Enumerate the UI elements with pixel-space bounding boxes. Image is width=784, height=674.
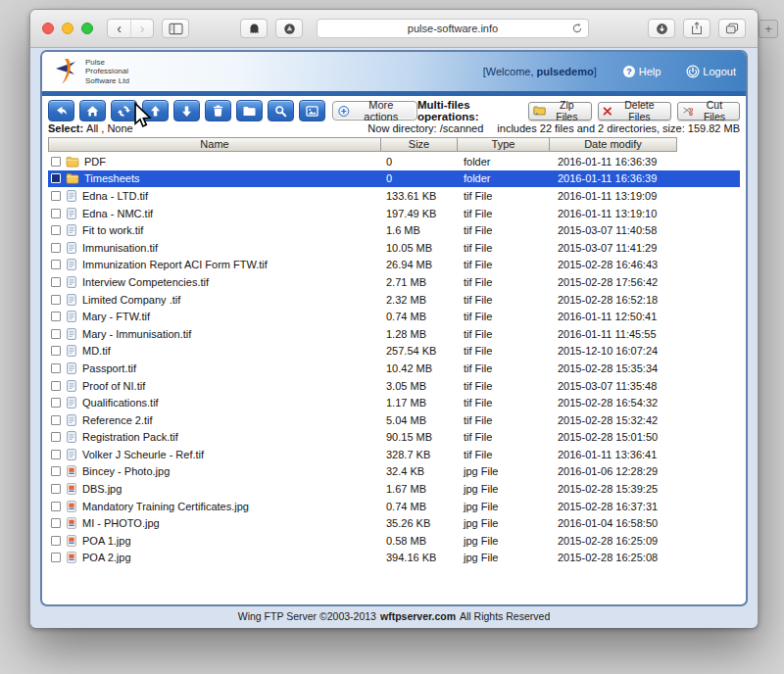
zoom-button[interactable] — [81, 23, 93, 34]
column-header-name[interactable]: Name — [48, 137, 381, 152]
column-header-size[interactable]: Size — [381, 137, 458, 152]
file-row[interactable]: POA 1.jpg0.58 MBjpg File2015-02-28 16:25… — [48, 532, 740, 550]
file-name[interactable]: Mary - Immunisation.tif — [82, 328, 191, 340]
toolbar-back-button[interactable] — [48, 100, 74, 121]
reload-icon[interactable] — [571, 23, 583, 36]
sidebar-icon[interactable] — [162, 19, 189, 38]
file-name[interactable]: MI - PHOTO.jpg — [82, 517, 160, 529]
row-checkbox[interactable] — [51, 484, 61, 494]
file-name[interactable]: Timesheets — [84, 172, 139, 184]
file-name[interactable]: MD.tif — [82, 345, 111, 357]
toolbar-home-button[interactable] — [79, 100, 106, 121]
row-checkbox[interactable] — [51, 536, 61, 546]
file-name[interactable]: Interview Competencies.tif — [82, 276, 209, 288]
extension-2-icon[interactable] — [275, 19, 303, 38]
url-bar[interactable]: pulse-software.info — [317, 19, 589, 38]
row-checkbox[interactable] — [51, 553, 61, 562]
delete-files-button[interactable]: Delete Files — [598, 102, 671, 120]
file-name[interactable]: Qualifications.tif — [82, 397, 159, 409]
file-row[interactable]: Qualifications.tif1.17 MBtif File2015-02… — [48, 394, 740, 411]
tabs-icon[interactable] — [718, 19, 746, 38]
row-checkbox[interactable] — [51, 329, 61, 339]
file-row[interactable]: Limited Company .tif2.32 MBtif File2015-… — [48, 291, 740, 309]
row-checkbox[interactable] — [51, 466, 61, 476]
file-name[interactable]: Immunization Report ACI Form FTW.tif — [82, 259, 268, 270]
file-row[interactable]: Edna - LTD.tif133.61 KBtif File2016-01-1… — [48, 187, 740, 205]
row-checkbox[interactable] — [51, 415, 61, 425]
file-row[interactable]: Interview Competencies.tif2.71 MBtif Fil… — [48, 273, 740, 291]
row-checkbox[interactable] — [51, 173, 61, 183]
file-row[interactable]: Volker J Scheurle - Ref.tif328.7 KBtif F… — [48, 446, 740, 463]
file-row[interactable]: Proof of NI.tif3.05 MBtif File2015-03-07… — [48, 377, 740, 395]
file-name[interactable]: Bincey - Photo.jpg — [82, 465, 170, 477]
select-none-link[interactable]: None — [107, 122, 132, 134]
row-checkbox[interactable] — [51, 295, 61, 305]
file-name[interactable]: Reference 2.tif — [82, 414, 153, 426]
file-name[interactable]: PDF — [84, 156, 106, 168]
file-name[interactable]: DBS.jpg — [82, 483, 122, 495]
file-name[interactable]: Edna - LTD.tif — [82, 190, 148, 202]
file-row[interactable]: PDF0folder2016-01-11 16:36:39 — [48, 153, 740, 170]
column-header-date[interactable]: Date modify — [550, 137, 677, 152]
wftpserver-link[interactable]: wftpserver.com — [380, 610, 456, 622]
file-row[interactable]: MD.tif257.54 KBtif File2015-12-10 16:07:… — [48, 343, 740, 361]
file-row[interactable]: Passport.tif10.42 MBtif File2015-02-28 1… — [48, 360, 740, 377]
row-checkbox[interactable] — [51, 277, 61, 287]
forward-icon[interactable]: › — [130, 20, 153, 37]
row-checkbox[interactable] — [51, 225, 61, 235]
downloads-icon[interactable] — [648, 19, 675, 38]
file-name[interactable]: Registration Pack.tif — [82, 431, 178, 443]
file-row[interactable]: Bincey - Photo.jpg32.4 KBjpg File2016-01… — [48, 463, 740, 481]
select-all-link[interactable]: All — [86, 122, 98, 134]
minimize-button[interactable] — [62, 23, 74, 34]
row-checkbox[interactable] — [51, 398, 61, 408]
file-name[interactable]: Immunisation.tif — [82, 242, 158, 254]
row-checkbox[interactable] — [51, 363, 61, 373]
zip-files-button[interactable]: Zip Files — [528, 102, 592, 120]
extension-1-icon[interactable] — [240, 19, 268, 38]
new-tab-plus-icon[interactable]: + — [759, 20, 778, 38]
row-checkbox[interactable] — [51, 191, 61, 201]
file-name[interactable]: Mary - FTW.tif — [82, 311, 150, 322]
file-row[interactable]: Immunization Report ACI Form FTW.tif26.9… — [48, 257, 740, 274]
row-checkbox[interactable] — [51, 450, 61, 459]
row-checkbox[interactable] — [51, 518, 61, 528]
file-name[interactable]: Mandatory Training Certificates.jpg — [82, 501, 249, 512]
help-button[interactable]: ? Help — [622, 65, 662, 78]
toolbar-delete-button[interactable] — [205, 100, 231, 121]
file-row[interactable]: Edna - NMC.tif197.49 KBtif File2016-01-1… — [48, 205, 740, 222]
row-checkbox[interactable] — [51, 260, 61, 269]
file-name[interactable]: Limited Company .tif — [82, 294, 180, 306]
file-row[interactable]: Registration Pack.tif90.15 MBtif File201… — [48, 429, 740, 447]
back-icon[interactable]: ‹ — [108, 20, 130, 37]
toolbar-download-button[interactable] — [173, 100, 200, 121]
file-row[interactable]: DBS.jpg1.67 MBjpg File2015-02-28 15:39:2… — [48, 480, 740, 498]
row-checkbox[interactable] — [51, 243, 61, 253]
logout-button[interactable]: Logout — [686, 65, 736, 78]
column-header-type[interactable]: Type — [458, 137, 550, 152]
file-name[interactable]: Proof of NI.tif — [82, 380, 145, 392]
file-name[interactable]: POA 2.jpg — [82, 552, 131, 563]
cut-files-button[interactable]: Cut Files — [677, 102, 740, 120]
file-row[interactable]: Fit to work.tif1.6 MBtif File2015-03-07 … — [48, 221, 740, 239]
file-row[interactable]: Mandatory Training Certificates.jpg0.74 … — [48, 498, 740, 515]
file-row[interactable]: MI - PHOTO.jpg35.26 KBjpg File2016-01-04… — [48, 514, 740, 532]
file-name[interactable]: Fit to work.tif — [82, 224, 143, 236]
row-checkbox[interactable] — [51, 209, 61, 218]
row-checkbox[interactable] — [51, 432, 61, 442]
share-icon[interactable] — [683, 19, 710, 38]
more-actions-button[interactable]: More actions — [332, 101, 417, 120]
file-row[interactable]: Reference 2.tif5.04 MBtif File2015-02-28… — [48, 411, 740, 429]
file-row[interactable]: POA 2.jpg394.16 KBjpg File2015-02-28 16:… — [48, 550, 740, 567]
toolbar-image-button[interactable] — [299, 100, 325, 121]
row-checkbox[interactable] — [51, 157, 61, 167]
file-row[interactable]: Mary - Immunisation.tif1.28 MBtif File20… — [48, 325, 740, 343]
file-name[interactable]: Passport.tif — [82, 362, 136, 374]
row-checkbox[interactable] — [51, 502, 61, 511]
file-name[interactable]: Volker J Scheurle - Ref.tif — [82, 449, 204, 460]
file-row[interactable]: Timesheets0folder2016-01-11 16:36:39 — [48, 170, 740, 188]
file-name[interactable]: Edna - NMC.tif — [82, 208, 153, 219]
toolbar-new-folder-button[interactable] — [236, 100, 263, 121]
row-checkbox[interactable] — [51, 381, 61, 391]
row-checkbox[interactable] — [51, 346, 61, 356]
